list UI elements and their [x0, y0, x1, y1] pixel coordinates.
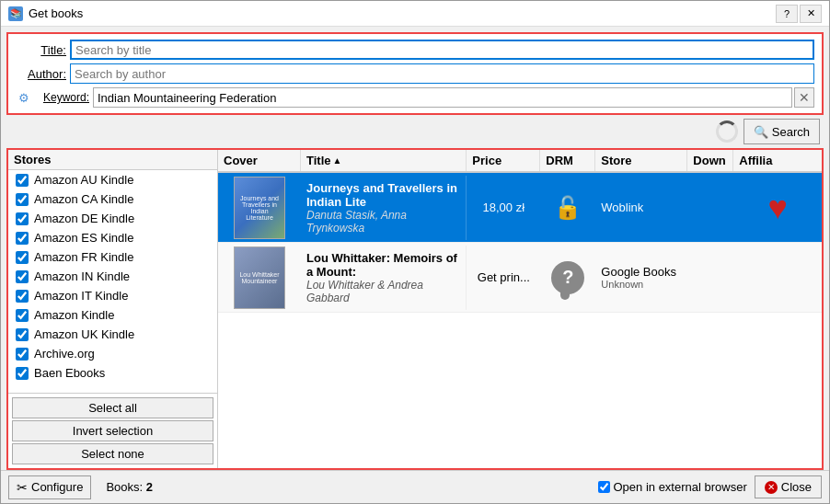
- store-checkbox-amazon-kindle[interactable]: [16, 309, 29, 322]
- store-checkbox-amazon-it[interactable]: [16, 290, 29, 303]
- store-label-archive-org: Archive.org: [34, 347, 95, 361]
- book-title-1: Journeys and Travellers in Indian Lite: [306, 181, 460, 209]
- store-checkbox-amazon-es[interactable]: [16, 232, 29, 245]
- col-header-drm: DRM: [540, 150, 595, 171]
- book-down-1: [687, 202, 733, 213]
- drm-open-icon: 🔓: [554, 195, 582, 221]
- book-affil-1: ♥: [733, 183, 822, 233]
- cover-image-1: Journeys and Travellers in Indian Litera…: [234, 177, 285, 239]
- configure-label: Configure: [31, 480, 83, 494]
- store-checkbox-archive-org[interactable]: [16, 348, 29, 361]
- keyword-gear-icon[interactable]: ⚙: [16, 89, 32, 106]
- store-item-amazon-ca[interactable]: Amazon CA Kindle: [8, 189, 217, 209]
- book-cover-2: Lou Whittaker Mountaineer: [218, 243, 301, 312]
- store-checkbox-baen-ebooks[interactable]: [16, 367, 29, 380]
- search-area: Title: Author: ⚙ Keyword: ✕: [6, 32, 824, 115]
- store-item-amazon-it[interactable]: Amazon IT Kindle: [8, 286, 217, 305]
- book-drm-2: ?: [540, 256, 595, 300]
- configure-icon: ✂: [17, 480, 28, 495]
- open-external-label: Open in external browser: [614, 480, 747, 494]
- book-affil-2: [733, 272, 822, 283]
- store-checkbox-amazon-ca[interactable]: [16, 193, 29, 206]
- keyword-clear-button[interactable]: ✕: [794, 87, 814, 108]
- keyword-label: Keyword:: [34, 91, 89, 104]
- book-cover-1: Journeys and Travellers in Indian Litera…: [218, 173, 301, 242]
- title-sort-arrow[interactable]: ▲: [333, 155, 342, 166]
- col-header-cover: Cover: [218, 150, 301, 171]
- store-label-amazon-au: Amazon AU Kindle: [34, 173, 133, 187]
- book-down-2: [687, 272, 733, 283]
- col-header-down: Down: [687, 150, 733, 171]
- author-label: Author:: [16, 67, 66, 81]
- title-label: Title:: [16, 43, 66, 57]
- help-button[interactable]: ?: [776, 5, 798, 23]
- title-input[interactable]: [70, 40, 814, 60]
- cover-image-2: Lou Whittaker Mountaineer: [234, 246, 285, 309]
- open-external-row: Open in external browser: [598, 480, 747, 494]
- col-header-affil: Affilia: [733, 150, 822, 171]
- title-bar-buttons: ? ✕: [776, 5, 822, 23]
- search-button[interactable]: 🔍 Search: [744, 119, 820, 144]
- book-author-1: Danuta Stasik, Anna Trynkowska: [306, 209, 460, 235]
- search-icon: 🔍: [754, 125, 768, 139]
- store-name-2b: Unknown: [601, 279, 643, 290]
- store-checkbox-amazon-fr[interactable]: [16, 251, 29, 264]
- author-input[interactable]: [70, 63, 814, 84]
- store-item-amazon-au[interactable]: Amazon AU Kindle: [8, 170, 217, 189]
- configure-button[interactable]: ✂ Configure: [8, 475, 91, 499]
- author-search-row: Author:: [16, 63, 814, 84]
- close-button[interactable]: ✕ Close: [755, 475, 822, 498]
- store-label-amazon-de: Amazon DE Kindle: [34, 212, 134, 225]
- store-checkbox-amazon-uk[interactable]: [16, 328, 29, 341]
- stores-action-buttons: Select all Invert selection Select none: [8, 393, 217, 468]
- store-item-amazon-fr[interactable]: Amazon FR Kindle: [8, 247, 217, 267]
- book-price-2: Get prin...: [467, 265, 540, 290]
- keyword-input[interactable]: [93, 87, 792, 108]
- drm-unknown-icon: ?: [551, 261, 584, 294]
- store-checkbox-amazon-de[interactable]: [16, 212, 29, 225]
- store-item-amazon-in[interactable]: Amazon IN Kindle: [8, 267, 217, 286]
- book-row-2[interactable]: Lou Whittaker Mountaineer Lou Whittaker:…: [218, 243, 822, 313]
- books-count-label: Books: 2: [106, 480, 153, 494]
- keyword-row: ⚙ Keyword: ✕: [16, 87, 814, 108]
- app-icon: 📚: [8, 6, 23, 21]
- book-store-2: Google Books Unknown: [595, 261, 687, 293]
- select-all-button[interactable]: Select all: [12, 397, 213, 418]
- store-item-amazon-es[interactable]: Amazon ES Kindle: [8, 228, 217, 247]
- store-checkbox-amazon-in[interactable]: [16, 270, 29, 283]
- store-item-amazon-de[interactable]: Amazon DE Kindle: [8, 209, 217, 228]
- store-name-2a: Google Books: [601, 265, 676, 279]
- store-label-amazon-fr: Amazon FR Kindle: [34, 250, 133, 264]
- title-search-row: Title:: [16, 40, 814, 60]
- stores-header: Stores: [8, 150, 217, 170]
- footer: ✂ Configure Books: 2 Open in external br…: [1, 470, 829, 503]
- results-panel: Cover Title ▲ Price DRM Store Down Affil…: [218, 150, 822, 468]
- store-label-amazon-uk: Amazon UK Kindle: [34, 327, 134, 341]
- store-label-amazon-ca: Amazon CA Kindle: [34, 192, 133, 206]
- search-btn-label: Search: [772, 125, 810, 139]
- loading-spinner: [716, 120, 738, 143]
- footer-left: ✂ Configure Books: 2: [8, 475, 153, 499]
- store-label-amazon-in: Amazon IN Kindle: [34, 269, 130, 283]
- store-checkbox-amazon-au[interactable]: [16, 174, 29, 187]
- results-body: Journeys and Travellers in Indian Litera…: [218, 173, 822, 468]
- col-header-store: Store: [595, 150, 687, 171]
- store-label-baen-ebooks: Baen Ebooks: [34, 366, 105, 380]
- invert-selection-button[interactable]: Invert selection: [12, 420, 213, 441]
- results-header: Cover Title ▲ Price DRM Store Down Affil…: [218, 150, 822, 173]
- store-item-archive-org[interactable]: Archive.org: [8, 344, 217, 363]
- store-label-amazon-es: Amazon ES Kindle: [34, 231, 133, 245]
- store-item-amazon-uk[interactable]: Amazon UK Kindle: [8, 325, 217, 344]
- book-row-1[interactable]: Journeys and Travellers in Indian Litera…: [218, 173, 822, 243]
- close-btn-label: Close: [781, 480, 812, 494]
- book-title-cell-2: Lou Whittaker: Memoirs of a Mount: Lou W…: [301, 246, 467, 310]
- store-item-baen-ebooks[interactable]: Baen Ebooks: [8, 363, 217, 383]
- book-price-1: 18,00 zł: [467, 195, 540, 220]
- store-item-amazon-kindle[interactable]: Amazon Kindle: [8, 305, 217, 325]
- open-external-checkbox[interactable]: [598, 481, 610, 493]
- books-count-value: 2: [146, 480, 153, 494]
- store-label-amazon-it: Amazon IT Kindle: [34, 289, 128, 303]
- book-drm-1: 🔓: [540, 189, 595, 226]
- close-window-button[interactable]: ✕: [800, 5, 822, 23]
- select-none-button[interactable]: Select none: [12, 443, 213, 464]
